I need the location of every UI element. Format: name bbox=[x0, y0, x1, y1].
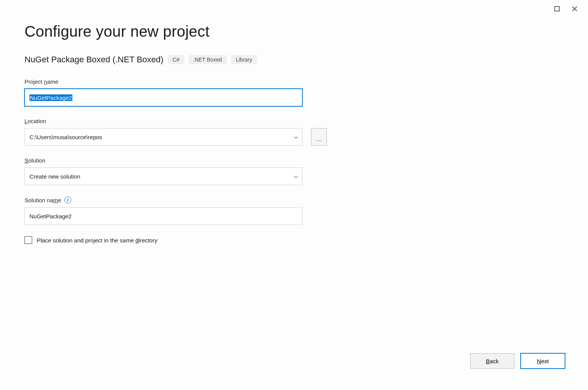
close-icon bbox=[572, 6, 577, 11]
maximize-button[interactable] bbox=[554, 5, 560, 12]
project-name-label: Project name bbox=[24, 78, 564, 85]
template-name: NuGet Package Boxed (.NET Boxed) bbox=[24, 55, 163, 65]
maximize-icon bbox=[554, 6, 560, 11]
browse-button[interactable]: ... bbox=[311, 128, 327, 146]
solution-label: Solution bbox=[24, 157, 564, 164]
back-button[interactable]: Back bbox=[470, 353, 514, 369]
same-directory-checkbox[interactable] bbox=[24, 236, 32, 244]
solution-name-input[interactable]: NuGetPackage2 bbox=[24, 207, 302, 225]
project-name-input[interactable]: NuGetPackage2 bbox=[24, 89, 302, 106]
same-directory-label: Place solution and project in the same d… bbox=[37, 237, 157, 244]
ellipsis-icon: ... bbox=[317, 136, 322, 142]
close-button[interactable] bbox=[571, 5, 578, 12]
svg-rect-0 bbox=[555, 6, 559, 11]
next-button[interactable]: Next bbox=[521, 353, 565, 369]
location-label: Location bbox=[24, 118, 564, 124]
solution-select[interactable]: Create new solution bbox=[24, 167, 302, 185]
template-tag: C# bbox=[168, 55, 184, 64]
solution-name-label: Solution name i bbox=[24, 197, 564, 203]
info-icon[interactable]: i bbox=[64, 197, 71, 203]
location-input[interactable]: C:\Users\musa\source\repos bbox=[24, 128, 302, 146]
template-tag: .NET Boxed bbox=[189, 55, 227, 64]
template-tag: Library bbox=[231, 55, 257, 64]
page-title: Configure your new project bbox=[24, 23, 564, 40]
